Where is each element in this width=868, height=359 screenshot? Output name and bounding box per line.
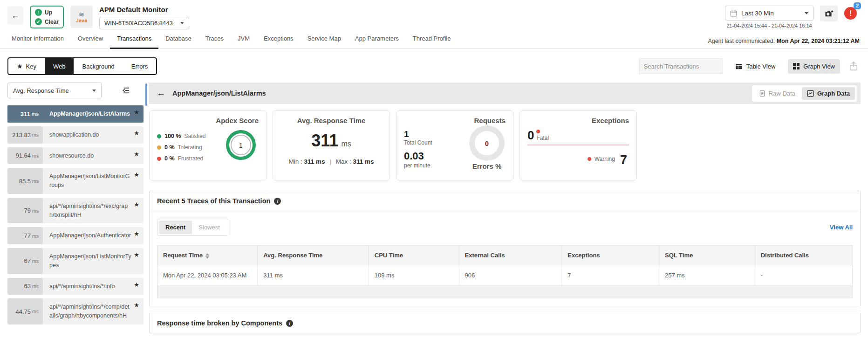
chevron-down-icon <box>92 90 96 92</box>
requests-per-minute: 0.03 <box>404 150 432 162</box>
segment-errors[interactable]: Errors <box>123 58 156 74</box>
tab-overview[interactable]: Overview <box>71 33 110 48</box>
star-icon[interactable]: ★ <box>134 171 139 178</box>
health-status: ✓ Clear <box>35 18 59 25</box>
transactions-sidebar: Avg. Response Time 311msAppManager/json/… <box>7 83 144 333</box>
check-icon: ✓ <box>35 18 42 25</box>
column-external-calls[interactable]: External Calls <box>459 246 562 265</box>
tab-jvm[interactable]: JVM <box>231 33 257 48</box>
response-time-unit: ms <box>32 178 39 184</box>
tab-thread-profile[interactable]: Thread Profile <box>406 33 458 48</box>
tab-monitor-information[interactable]: Monitor Information <box>5 33 71 48</box>
column-avg-response-time[interactable]: Avg. Response Time <box>258 246 369 265</box>
line-chart-icon <box>807 90 814 97</box>
segment-background[interactable]: Background <box>74 58 123 74</box>
info-icon[interactable]: i <box>286 320 293 327</box>
screenshot-button[interactable] <box>820 6 838 21</box>
info-icon[interactable]: i <box>274 198 281 205</box>
star-icon[interactable]: ★ <box>134 109 139 116</box>
response-time-value: 44.75 <box>15 308 31 315</box>
collapse-list-button[interactable] <box>121 86 130 95</box>
segment-key[interactable]: ★Key <box>8 58 45 74</box>
column-exceptions[interactable]: Exceptions <box>562 246 659 265</box>
graph-view-button[interactable]: Graph View <box>788 59 840 74</box>
tab-bar: Monitor InformationOverviewTransactionsD… <box>5 33 458 48</box>
toggle-slowest[interactable]: Slowest <box>192 221 226 234</box>
response-time-value: 85.5 <box>19 178 31 185</box>
star-icon[interactable]: ★ <box>134 281 139 288</box>
detail-back-button[interactable]: ← <box>157 88 165 98</box>
requests-total-label: Total Count <box>404 139 432 146</box>
star-icon[interactable]: ★ <box>134 151 139 158</box>
raw-data-label: Raw Data <box>769 90 795 97</box>
tab-service-map[interactable]: Service Map <box>301 33 348 48</box>
raw-data-button[interactable]: Raw Data <box>754 87 800 100</box>
search-input[interactable] <box>644 63 726 70</box>
view-all-link[interactable]: View All <box>830 224 853 231</box>
segment-web[interactable]: Web <box>45 58 74 74</box>
star-icon[interactable]: ★ <box>134 230 139 237</box>
column-request-time[interactable]: Request Time <box>157 246 258 265</box>
fatal-label: Fatal <box>536 135 549 141</box>
transaction-list-item[interactable]: 85.5msAppManager/json/ListMonitorGroups★ <box>7 168 144 194</box>
star-icon: ★ <box>17 62 23 70</box>
calendar-icon <box>730 10 737 17</box>
transaction-name: showapplication.do <box>43 126 144 144</box>
transaction-list-item[interactable]: 311msAppManager/json/ListAlarms★ <box>7 105 144 123</box>
metric-dropdown[interactable]: Avg. Response Time <box>7 83 102 98</box>
table-row[interactable]: Mon Apr 22, 2024 03:05:23 AM311 ms109 ms… <box>157 265 852 286</box>
column-cpu-time[interactable]: CPU Time <box>369 246 459 265</box>
divider: | <box>329 158 331 165</box>
tab-database[interactable]: Database <box>158 33 198 48</box>
legend-percent: 0 % <box>164 155 175 162</box>
transaction-list-item[interactable]: 44.75msapi/*/apminsight/ins/*/comp/detai… <box>7 298 144 324</box>
health-label: Clear <box>45 19 59 25</box>
apdex-score-value: 1 <box>231 135 251 155</box>
avg-response-unit: ms <box>341 140 351 148</box>
apdex-legend-row: 0 %Frustrated <box>157 155 205 162</box>
scrollbar-thumb[interactable] <box>145 83 147 106</box>
alerts-indicator[interactable]: ! 2 <box>844 7 857 20</box>
transaction-list-item[interactable]: 91.64msshowresource.do★ <box>7 147 144 165</box>
transaction-list-item[interactable]: 79msapi/*/apminsight/ins/*/exc/graph/txn… <box>7 198 144 224</box>
legend-percent: 0 % <box>164 144 175 151</box>
tab-transactions[interactable]: Transactions <box>110 33 158 49</box>
star-icon[interactable]: ★ <box>134 130 139 137</box>
response-time-unit: ms <box>32 132 39 138</box>
graph-data-button[interactable]: Graph Data <box>802 87 855 100</box>
tab-traces[interactable]: Traces <box>198 33 231 48</box>
warning-count: 7 <box>620 154 627 166</box>
sidebar-scrollbar[interactable] <box>144 83 149 333</box>
red-dot-icon <box>588 157 591 161</box>
java-logo-text: Java <box>76 18 87 23</box>
tab-exceptions[interactable]: Exceptions <box>257 33 301 48</box>
star-icon[interactable]: ★ <box>134 251 139 258</box>
table-view-label: Table View <box>746 63 776 70</box>
table-view-button[interactable]: Table View <box>730 59 781 74</box>
response-time-unit: ms <box>32 153 39 159</box>
apdex-card-title: Apdex Score <box>157 117 259 124</box>
requests-per-minute-label: per minute <box>404 162 432 169</box>
java-steam-icon: ≋ <box>79 11 85 18</box>
toggle-recent[interactable]: Recent <box>159 221 192 234</box>
host-dropdown[interactable]: WIN-6T50IACO5B6:8443 <box>99 17 189 29</box>
export-button[interactable] <box>848 61 859 71</box>
transaction-list-item[interactable]: 77msAppManager/json/Authenticator★ <box>7 227 144 244</box>
back-button[interactable]: ← <box>7 6 23 25</box>
column-distributed-calls[interactable]: Distributed Calls <box>755 246 852 265</box>
tab-app-parameters[interactable]: App Parameters <box>348 33 406 48</box>
column-sql-time[interactable]: SQL Time <box>659 246 755 265</box>
alert-count-badge: 2 <box>854 2 861 9</box>
sort-icon[interactable] <box>205 253 209 259</box>
response-time-chip: 213.83ms <box>7 126 43 144</box>
response-time-value: 91.64 <box>15 152 31 159</box>
star-icon[interactable]: ★ <box>134 302 139 309</box>
time-range-dropdown[interactable]: Last 30 Min <box>725 6 813 21</box>
transaction-list-item[interactable]: 213.83msshowapplication.do★ <box>7 126 144 144</box>
transaction-list: 311msAppManager/json/ListAlarms★213.83ms… <box>7 105 144 324</box>
transaction-list-item[interactable]: 63msapi/*/apminsight/ins/*/info★ <box>7 278 144 295</box>
exceptions-divider <box>527 145 629 145</box>
star-icon[interactable]: ★ <box>134 201 139 208</box>
traces-table-header: Request TimeAvg. Response TimeCPU TimeEx… <box>157 246 852 265</box>
transaction-list-item[interactable]: 67msAppManager/json/ListMonitorTypes★ <box>7 248 144 274</box>
